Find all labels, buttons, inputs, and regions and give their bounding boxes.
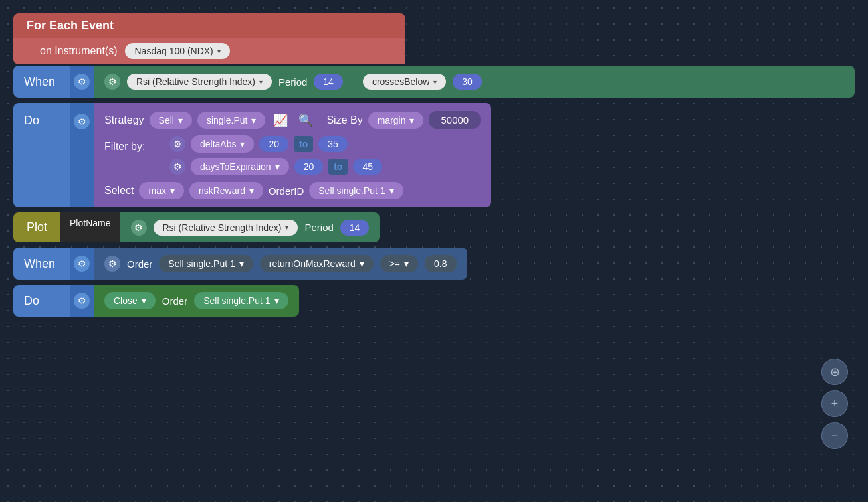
filter-label: Filter by: <box>104 135 164 153</box>
filter1-min[interactable]: 20 <box>259 136 288 152</box>
select-field-dropdown[interactable]: riskReward ▾ <box>189 182 263 199</box>
when2-operator-arrow: ▾ <box>404 258 409 269</box>
filter2-max[interactable]: 45 <box>353 159 382 175</box>
do2-gear: ⚙ <box>70 285 94 317</box>
plot-label: Plot <box>13 212 60 242</box>
when2-inner-gear[interactable]: ⚙ <box>104 256 120 272</box>
do2-content: Close ▾ Order Sell single.Put 1 ▾ <box>94 285 299 317</box>
when1-condition-arrow: ▾ <box>433 78 437 86</box>
size-by-label: Size By <box>326 114 362 126</box>
plot-period-label: Period <box>304 222 333 233</box>
action-arrow: ▾ <box>178 115 183 126</box>
do1-content: Strategy Sell ▾ single.Put ▾ 📈 🔍 Size By… <box>94 103 491 207</box>
strategy-row: Strategy Sell ▾ single.Put ▾ 📈 🔍 Size By… <box>104 111 481 129</box>
size-by-dropdown[interactable]: margin ▾ <box>368 112 424 129</box>
do2-label: Do <box>13 285 70 317</box>
when1-indicator-dropdown[interactable]: Rsi (Relative Strength Index) ▾ <box>127 74 272 90</box>
when2-field-arrow: ▾ <box>360 258 364 269</box>
select-row: Select max ▾ riskReward ▾ OrderID Sell s… <box>104 182 481 199</box>
when1-gear: ⚙ <box>70 66 94 98</box>
when1-period-value[interactable]: 14 <box>314 74 343 90</box>
size-value[interactable]: 50000 <box>429 111 481 129</box>
filter2-min[interactable]: 20 <box>294 159 324 175</box>
when1-row: When ⚙ ⚙ Rsi (Relative Strength Index) ▾… <box>13 66 855 98</box>
do2-order-dropdown[interactable]: Sell single.Put 1 ▾ <box>194 292 288 309</box>
do2-row: Do ⚙ Close ▾ Order Sell single.Put 1 ▾ <box>13 285 855 317</box>
filter2-to: to <box>328 159 348 175</box>
filter-row-1: ⚙ deltaAbs ▾ 20 to 35 <box>169 135 382 153</box>
when1-gear-icon[interactable]: ⚙ <box>74 74 90 90</box>
plot-indicator-arrow: ▾ <box>285 224 288 231</box>
do2-order-label: Order <box>162 295 187 307</box>
when2-threshold[interactable]: 0.8 <box>425 255 456 272</box>
do1-gear: ⚙ <box>70 103 94 207</box>
order-id-label: OrderID <box>269 185 304 197</box>
strategy-label: Strategy <box>104 114 144 126</box>
when1-threshold[interactable]: 30 <box>453 74 482 90</box>
select-func-dropdown[interactable]: max ▾ <box>139 182 183 199</box>
when1-inner-gear[interactable]: ⚙ <box>104 74 120 90</box>
when2-order-label: Order <box>127 258 152 270</box>
filter2-field-arrow: ▾ <box>275 161 280 172</box>
filter-rows: ⚙ deltaAbs ▾ 20 to 35 <box>169 135 382 175</box>
option-type-dropdown[interactable]: single.Put ▾ <box>197 112 265 129</box>
plot-indicator-dropdown[interactable]: Rsi (Relative Strength Index) ▾ <box>154 220 298 236</box>
when1-indicator-arrow: ▾ <box>259 78 263 86</box>
instrument-label: on Instrument(s) <box>40 45 117 57</box>
plot-period-value[interactable]: 14 <box>340 220 370 236</box>
nav-icons: ⊕ + − <box>821 359 848 449</box>
do2-action-dropdown[interactable]: Close ▾ <box>104 292 156 309</box>
instrument-row: on Instrument(s) Nasdaq 100 (NDX) ▾ <box>13 38 405 64</box>
when1-label: When <box>13 66 70 98</box>
instrument-dropdown-arrow: ▾ <box>217 48 221 55</box>
instrument-dropdown[interactable]: Nasdaq 100 (NDX) ▾ <box>125 43 229 59</box>
filter1-field-arrow: ▾ <box>240 139 245 149</box>
filter1-field-dropdown[interactable]: deltaAbs ▾ <box>191 135 254 153</box>
for-each-block: For Each Event <box>13 13 405 38</box>
plot-name[interactable]: PlotName <box>60 212 120 242</box>
filter1-gear[interactable]: ⚙ <box>169 136 185 152</box>
option-type-arrow: ▾ <box>251 115 256 126</box>
chart-icon2[interactable]: 🔍 <box>298 113 313 127</box>
do1-label: Do <box>13 103 70 207</box>
filter-section: Filter by: ⚙ deltaAbs ▾ 20 to <box>104 135 481 175</box>
when2-row: When ⚙ ⚙ Order Sell single.Put 1 ▾ retur… <box>13 248 855 280</box>
filter1-max[interactable]: 35 <box>318 136 348 152</box>
do2-order-arrow: ▾ <box>274 295 279 306</box>
when1-content: ⚙ Rsi (Relative Strength Index) ▾ Period… <box>94 66 855 98</box>
filter2-gear[interactable]: ⚙ <box>169 159 185 175</box>
do2-action-arrow: ▾ <box>142 295 146 306</box>
do1-gear-icon[interactable]: ⚙ <box>74 114 90 129</box>
when2-content: ⚙ Order Sell single.Put 1 ▾ returnOnMaxR… <box>94 248 467 280</box>
for-each-title: For Each Event <box>27 19 114 32</box>
when2-order-arrow: ▾ <box>239 258 244 269</box>
plot-rsi-block: ⚙ Rsi (Relative Strength Index) ▾ Period… <box>120 212 380 242</box>
filter1-to: to <box>294 136 313 152</box>
when2-gear: ⚙ <box>70 248 94 280</box>
action-dropdown[interactable]: Sell ▾ <box>150 112 192 129</box>
when2-gear-icon[interactable]: ⚙ <box>74 256 90 272</box>
plot-gear[interactable]: ⚙ <box>131 220 147 236</box>
select-func-arrow: ▾ <box>170 185 175 196</box>
when1-period-label: Period <box>278 76 307 88</box>
filter-row-2: ⚙ daysToExpiration ▾ 20 to 45 <box>169 158 382 175</box>
do2-gear-icon[interactable]: ⚙ <box>74 293 90 309</box>
zoom-in-button[interactable]: + <box>821 390 848 417</box>
select-label: Select <box>104 185 134 197</box>
do1-row: Do ⚙ Strategy Sell ▾ single.Put ▾ 📈 🔍 Si… <box>13 103 855 207</box>
when1-condition-dropdown[interactable]: crossesBelow ▾ <box>363 74 446 90</box>
when2-label: When <box>13 248 70 280</box>
select-field-arrow: ▾ <box>249 185 254 196</box>
zoom-out-button[interactable]: − <box>821 422 848 449</box>
plot-row: Plot PlotName ⚙ Rsi (Relative Strength I… <box>13 212 855 242</box>
filter2-field-dropdown[interactable]: daysToExpiration ▾ <box>191 158 289 175</box>
size-by-arrow: ▾ <box>409 115 414 126</box>
chart-icon1[interactable]: 📈 <box>273 113 288 127</box>
crosshair-button[interactable]: ⊕ <box>821 359 848 385</box>
when2-order-dropdown[interactable]: Sell single.Put 1 ▾ <box>159 255 253 272</box>
order-id-arrow: ▾ <box>389 185 394 196</box>
when2-operator-dropdown[interactable]: >= ▾ <box>380 255 418 272</box>
order-id-dropdown[interactable]: Sell single.Put 1 ▾ <box>309 182 403 199</box>
when2-field-dropdown[interactable]: returnOnMaxReward ▾ <box>260 255 374 272</box>
